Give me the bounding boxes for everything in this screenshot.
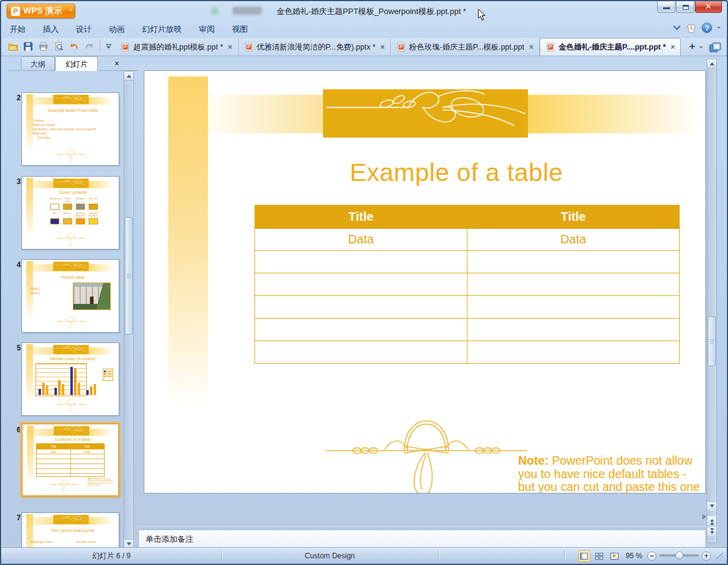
thumb-chart-legend — [103, 369, 113, 381]
slide-number: 4 — [12, 260, 21, 269]
table-data-cell: Data — [255, 229, 467, 251]
next-slide-button[interactable] — [707, 527, 716, 536]
window-title: 金色婚礼-婚庆主题PPT模板_Powerpoint模板.ppt.ppt * — [277, 6, 466, 17]
thumb-photo — [73, 282, 111, 310]
slide-title[interactable]: Example of a table — [267, 158, 646, 187]
slide-thumbnail-6-selected[interactable]: Example of a table TitleTitle DataData N… — [21, 423, 119, 497]
redo-button[interactable] — [83, 40, 96, 53]
new-tab-caret-icon[interactable] — [699, 40, 707, 54]
doc-tab-1[interactable]: P 超震撼的婚礼ppt模板.ppt * × — [115, 39, 239, 56]
tab-close-icon[interactable]: × — [670, 43, 675, 51]
tab-close-icon[interactable]: × — [381, 43, 385, 51]
print-button[interactable] — [37, 40, 50, 53]
slide-thumbnail-3[interactable]: Colour scheme BackgroundText & LinesShad… — [21, 176, 119, 249]
normal-view-icon — [580, 553, 588, 559]
tab-close-icon[interactable]: × — [529, 43, 533, 51]
slide-thumbnail-7[interactable]: Two column bullet points - Bullets go in… — [21, 512, 119, 549]
scroll-down-icon[interactable] — [707, 501, 716, 511]
design-name: Custom Design — [223, 548, 437, 564]
open-button[interactable] — [6, 40, 20, 53]
previous-slide-button[interactable] — [707, 516, 716, 525]
slide-number: 5 — [12, 344, 21, 352]
doc-tab-label: 粉色玫瑰-婚庆主题P...模板.ppt.ppt — [409, 42, 524, 53]
menu-home[interactable]: 开始 — [1, 21, 34, 37]
menu-design[interactable]: 设计 — [67, 21, 100, 37]
quick-access-toolbar — [1, 37, 115, 56]
doc-tab-3[interactable]: P 粉色玫瑰-婚庆主题P...模板.ppt.ppt × — [391, 39, 540, 56]
resize-grip[interactable] — [716, 552, 723, 559]
help-icon[interactable]: ? — [702, 23, 712, 33]
doc-tab-4-active[interactable]: P 金色婚礼-婚庆主题P....ppt.ppt * × — [540, 38, 681, 56]
new-tab-button[interactable]: + — [685, 40, 699, 54]
doc-tab-label: 金色婚礼-婚庆主题P....ppt.ppt * — [559, 42, 666, 53]
status-right-controls: 95 % − + — [578, 548, 723, 564]
slide-vertical-band — [168, 76, 208, 407]
slide-thumbnail-4[interactable]: Picture slide - Bullet 1 - Bullet 2 — [21, 259, 119, 333]
normal-view-button[interactable] — [578, 550, 590, 562]
zoom-in-button[interactable]: + — [702, 552, 711, 561]
thumb-ornament-box — [53, 262, 89, 271]
ppt-file-icon: P — [396, 42, 406, 52]
doc-tab-2[interactable]: P 优雅清新浪漫简洁的P...免费).pptx * × — [239, 39, 391, 56]
panel-close-icon[interactable]: × — [111, 58, 122, 69]
menu-insert[interactable]: 插入 — [34, 21, 67, 37]
slide-note-text[interactable]: Note: PowerPoint does not allow you to h… — [518, 454, 705, 493]
toolbar-more-caret-icon[interactable] — [104, 40, 113, 53]
table-header-cell: Title — [255, 205, 467, 229]
thumb-ornament-arch — [54, 231, 88, 247]
slide-number: 7 — [12, 514, 21, 522]
print-preview-button[interactable] — [52, 40, 65, 53]
slide-sorter-button[interactable] — [593, 550, 606, 562]
main-area: Example of a table Title Title Data Data — [138, 56, 721, 549]
menu-animation[interactable]: 动画 — [100, 21, 133, 37]
zoom-out-button[interactable]: − — [647, 552, 656, 561]
thumb-ornament-arch — [54, 147, 88, 163]
zoom-slider-thumb[interactable] — [675, 552, 683, 559]
tab-slides[interactable]: 幻灯片 — [55, 56, 98, 71]
slideshow-icon — [611, 553, 618, 559]
help-caret-icon[interactable] — [717, 27, 721, 31]
slide-number: 2 — [12, 94, 21, 102]
slide-canvas[interactable]: Example of a table Title Title Data Data — [144, 70, 706, 493]
blurred-item — [211, 7, 218, 15]
tab-close-icon[interactable]: × — [228, 43, 232, 51]
thumb-table: TitleTitle DataData — [36, 443, 105, 477]
notes-placeholder[interactable]: 单击添加备注 — [138, 530, 706, 549]
ppt-file-icon: P — [244, 42, 253, 52]
main-scrollbar[interactable] — [707, 59, 717, 543]
undo-button[interactable] — [67, 40, 81, 53]
minimize-button[interactable] — [657, 1, 675, 13]
menu-view[interactable]: 视图 — [223, 21, 256, 37]
menu-right-controls: ? — [673, 23, 721, 33]
scroll-up-icon[interactable] — [707, 59, 716, 68]
doc-tab-label: 优雅清新浪漫简洁的P...免费).pptx * — [257, 42, 376, 53]
zoom-slider[interactable] — [659, 555, 699, 557]
mouse-cursor — [478, 9, 486, 21]
slideshow-button[interactable] — [609, 550, 621, 562]
thumb-chart — [35, 363, 87, 396]
tab-outline[interactable]: 大纲 — [21, 56, 55, 71]
zoom-level: 95 % — [626, 552, 642, 560]
skin-theme-icon[interactable] — [686, 23, 697, 33]
save-button[interactable] — [21, 40, 35, 53]
wps-app-button[interactable]: P WPS 演示 ▾ — [7, 4, 75, 18]
thumbnail-scrollbar[interactable] — [124, 71, 134, 549]
scrollbar-thumb[interactable] — [125, 217, 133, 334]
menu-slideshow[interactable]: 幻灯片放映 — [133, 21, 190, 37]
menu-review[interactable]: 审阅 — [190, 21, 223, 37]
close-button[interactable]: ✕ — [695, 1, 722, 13]
scrollbar-thumb[interactable] — [708, 316, 716, 366]
collapse-ribbon-icon[interactable] — [673, 25, 681, 31]
slide-table[interactable]: Title Title Data Data — [254, 205, 680, 364]
tab-list-button[interactable] — [708, 40, 722, 54]
restore-button[interactable] — [676, 1, 694, 13]
slide-ornament-arch — [325, 407, 527, 493]
slide-number: 6 — [12, 426, 21, 434]
slide-thumbnail-2[interactable]: Example Bullet Point Slide - Contents - … — [21, 92, 119, 166]
thumb-ornament-arch — [54, 314, 88, 330]
slide-thumbnail-5[interactable]: Sample Graph (3 colours) — [21, 342, 119, 416]
slide-sorter-icon — [595, 553, 603, 559]
ppt-file-icon: P — [121, 42, 130, 52]
svg-text:P: P — [399, 44, 403, 50]
scroll-up-icon[interactable] — [124, 72, 133, 81]
